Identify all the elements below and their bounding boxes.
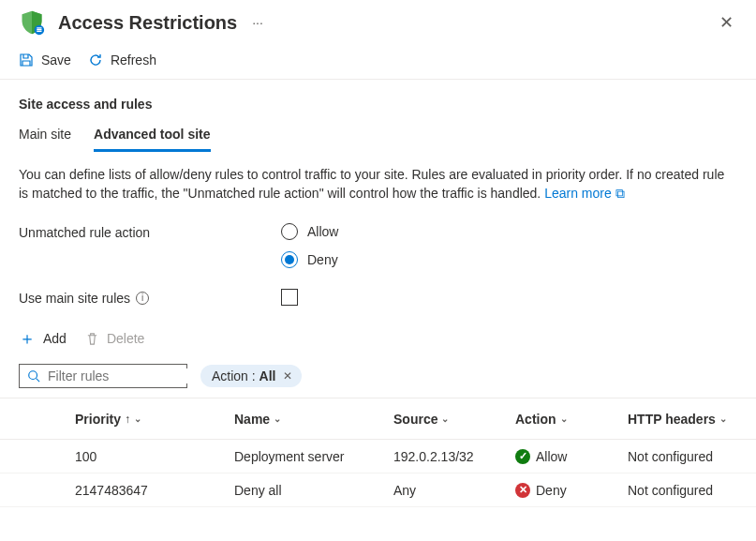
cell-name: Deployment server [234,449,393,464]
chevron-down-icon: ⌄ [719,413,727,424]
chevron-down-icon: ⌄ [274,413,281,424]
save-button[interactable]: Save [19,53,71,68]
cell-action: ✓ Allow [515,449,628,464]
col-action[interactable]: Action ⌄ [515,412,628,427]
cell-action: ✕ Deny [515,483,628,498]
delete-button[interactable]: Delete [85,331,144,346]
table-row[interactable]: 100 Deployment server 192.0.2.13/32 ✓ Al… [0,440,756,473]
chevron-down-icon: ⌄ [441,413,449,424]
save-label: Save [41,53,71,68]
radio-icon [281,251,298,268]
add-button[interactable]: ＋ Add [19,330,67,347]
external-link-icon: ⧉ [615,186,625,201]
close-icon[interactable]: ✕ [716,12,737,33]
use-main-site-rules-label: Use main site rules i [19,289,281,306]
svg-line-5 [37,379,40,383]
cell-priority: 100 [75,449,234,464]
svg-point-4 [29,371,37,380]
refresh-button[interactable]: Refresh [88,53,156,68]
cell-source: Any [393,483,515,498]
rules-table: Priority ↑ ⌄ Name ⌄ Source ⌄ Action ⌄ HT… [0,398,756,507]
more-actions-button[interactable]: ··· [252,15,263,30]
trash-icon [85,332,99,346]
cell-priority: 2147483647 [75,483,234,498]
learn-more-link[interactable]: Learn more ⧉ [544,186,624,201]
refresh-icon [88,53,103,68]
allow-icon: ✓ [515,449,530,464]
radio-icon [281,223,298,240]
cell-name: Deny all [234,483,393,498]
refresh-label: Refresh [111,53,156,68]
chevron-down-icon: ⌄ [134,413,141,424]
col-priority[interactable]: Priority ↑ ⌄ [75,412,234,427]
description-text: You can define lists of allow/deny rules… [0,153,756,203]
use-main-site-rules-checkbox[interactable] [281,289,298,306]
command-bar: Save Refresh [0,39,756,80]
svg-rect-3 [37,31,41,32]
col-http-headers[interactable]: HTTP headers ⌄ [628,412,756,427]
filter-input-wrapper[interactable] [19,364,187,388]
cell-source: 192.0.2.13/32 [393,449,515,464]
tab-main-site[interactable]: Main site [19,117,71,152]
unmatched-rule-action-label: Unmatched rule action [19,223,281,240]
tab-advanced-tool-site[interactable]: Advanced tool site [94,117,210,152]
shield-icon [19,9,45,36]
filter-input[interactable] [48,368,212,383]
col-source[interactable]: Source ⌄ [393,412,515,427]
col-name[interactable]: Name ⌄ [234,412,393,427]
clear-filter-icon[interactable]: ✕ [283,369,292,383]
sort-asc-icon: ↑ [125,413,130,426]
page-title: Access Restrictions [58,12,237,34]
info-icon[interactable]: i [136,292,149,305]
svg-rect-1 [37,29,41,30]
radio-allow[interactable]: Allow [281,223,338,240]
cell-http-headers: Not configured [628,483,756,498]
radio-deny[interactable]: Deny [281,251,338,268]
table-row[interactable]: 2147483647 Deny all Any ✕ Deny Not confi… [0,473,756,507]
action-filter-pill[interactable]: Action : All ✕ [200,365,302,387]
cell-http-headers: Not configured [628,449,756,464]
chevron-down-icon: ⌄ [560,413,568,424]
unmatched-rule-action-radios: Allow Deny [281,223,338,268]
section-title: Site access and rules [0,80,756,117]
svg-rect-2 [37,27,41,28]
tab-list: Main site Advanced tool site [0,117,756,153]
deny-icon: ✕ [515,483,530,498]
save-icon [19,53,34,68]
plus-icon: ＋ [19,330,36,347]
search-icon [27,369,40,383]
